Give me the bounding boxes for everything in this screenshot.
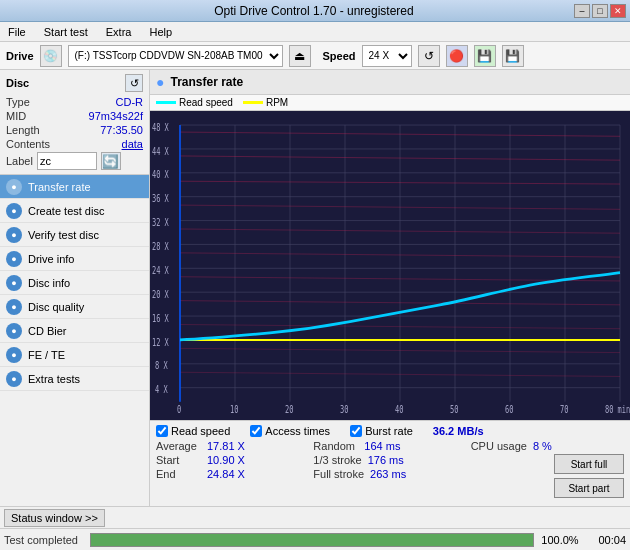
checkbox-read-speed-input[interactable]	[156, 425, 168, 437]
burst-value: 36.2 MB/s	[433, 425, 484, 437]
stat-average-value: 17.81 X	[207, 440, 245, 452]
svg-text:40: 40	[395, 404, 403, 416]
stat-full-stroke-value: 263 ms	[370, 468, 406, 480]
nav-label-fe-te: FE / TE	[28, 349, 65, 361]
nav-icon-drive-info: ●	[6, 251, 22, 267]
disc-label-btn[interactable]: 🔄	[101, 152, 121, 170]
nav-cd-bier[interactable]: ● CD Bier	[0, 319, 149, 343]
svg-text:36 X: 36 X	[152, 193, 170, 205]
chart-area: 48 X 44 X 40 X 36 X 32 X 28 X 24 X 20 X …	[150, 111, 630, 420]
legend-color-rpm	[243, 101, 263, 104]
svg-text:80 min: 80 min	[605, 404, 630, 416]
disc-contents-value[interactable]: data	[122, 138, 143, 150]
disc-mid-row: MID 97m34s22f	[6, 110, 143, 122]
checkbox-access-times-input[interactable]	[250, 425, 262, 437]
nav-icon-fe-te: ●	[6, 347, 22, 363]
window-controls: – □ ✕	[574, 4, 626, 18]
start-part-button[interactable]: Start part	[554, 478, 624, 498]
checkbox-read-speed: Read speed	[156, 425, 230, 437]
main-layout: Disc ↺ Type CD-R MID 97m34s22f Length 77…	[0, 70, 630, 506]
menu-extra[interactable]: Extra	[102, 25, 136, 39]
nav-drive-info[interactable]: ● Drive info	[0, 247, 149, 271]
svg-text:8 X: 8 X	[155, 360, 168, 372]
svg-text:48 X: 48 X	[152, 121, 170, 133]
stat-start-value: 10.90 X	[207, 454, 245, 466]
nav-label-transfer-rate: Transfer rate	[28, 181, 91, 193]
drive-select[interactable]: (F:) TSSTcorp CDDVDW SN-208AB TM00	[68, 45, 283, 67]
svg-text:50: 50	[450, 404, 458, 416]
stat-1-3-stroke-row: 1/3 stroke 176 ms	[313, 454, 466, 466]
stat-end-value: 24.84 X	[207, 468, 245, 480]
svg-text:70: 70	[560, 404, 568, 416]
stat-1-3-stroke-label: 1/3 stroke	[313, 454, 361, 466]
nav-label-disc-info: Disc info	[28, 277, 70, 289]
disc-length-label: Length	[6, 124, 40, 136]
stats-col1: Average 17.81 X Start 10.90 X End 24.84 …	[156, 440, 309, 502]
nav-transfer-rate[interactable]: ● Transfer rate	[0, 175, 149, 199]
test-completed-label: Test completed	[4, 534, 84, 546]
disc-type-label: Type	[6, 96, 30, 108]
menu-start-test[interactable]: Start test	[40, 25, 92, 39]
legend-label-rpm: RPM	[266, 97, 288, 108]
maximize-button[interactable]: □	[592, 4, 608, 18]
stat-start-row: Start 10.90 X	[156, 454, 309, 466]
nav-extra-tests[interactable]: ● Extra tests	[0, 367, 149, 391]
speed-select[interactable]: 24 X	[362, 45, 412, 67]
chart-icon: ●	[156, 74, 164, 90]
stat-cpu-value: 8 %	[533, 440, 552, 452]
close-button[interactable]: ✕	[610, 4, 626, 18]
legend-label-read-speed: Read speed	[179, 97, 233, 108]
nav-fe-te[interactable]: ● FE / TE	[0, 343, 149, 367]
settings-btn[interactable]: 🔴	[446, 45, 468, 67]
nav-list: ● Transfer rate ● Create test disc ● Ver…	[0, 175, 149, 506]
nav-disc-quality[interactable]: ● Disc quality	[0, 295, 149, 319]
stat-full-stroke-row: Full stroke 263 ms	[313, 468, 466, 480]
chart-legend: Read speed RPM	[150, 95, 630, 111]
nav-verify-test-disc[interactable]: ● Verify test disc	[0, 223, 149, 247]
svg-text:0: 0	[177, 404, 181, 416]
svg-text:44 X: 44 X	[152, 145, 170, 157]
menu-file[interactable]: File	[4, 25, 30, 39]
progress-percentage: 100.0%	[540, 534, 580, 546]
nav-icon-create: ●	[6, 203, 22, 219]
speed-refresh-btn[interactable]: ↺	[418, 45, 440, 67]
checkbox-access-times-label: Access times	[265, 425, 330, 437]
drive-icon-btn[interactable]: 💿	[40, 45, 62, 67]
disc-section: Disc ↺ Type CD-R MID 97m34s22f Length 77…	[0, 70, 149, 175]
disc-label-input[interactable]	[37, 152, 97, 170]
svg-text:30: 30	[340, 404, 348, 416]
progress-time: 00:04	[586, 534, 626, 546]
disc-refresh-btn[interactable]: ↺	[125, 74, 143, 92]
save-btn[interactable]: 💾	[502, 45, 524, 67]
checkbox-burst-rate-input[interactable]	[350, 425, 362, 437]
chart-title: Transfer rate	[170, 75, 243, 89]
start-full-button[interactable]: Start full	[554, 454, 624, 474]
status-window-label: Status window >>	[11, 512, 98, 524]
disc-type-row: Type CD-R	[6, 96, 143, 108]
stats-col3: CPU usage 8 % Start full Start part	[471, 440, 624, 502]
stat-cpu-row: CPU usage 8 %	[471, 440, 624, 452]
stat-average-label: Average	[156, 440, 201, 452]
chart-header: ● Transfer rate	[150, 70, 630, 95]
legend-read-speed: Read speed	[156, 97, 233, 108]
legend-rpm: RPM	[243, 97, 288, 108]
stats-rows: Average 17.81 X Start 10.90 X End 24.84 …	[156, 440, 624, 502]
disc-mid-label: MID	[6, 110, 26, 122]
drive-bar: Drive 💿 (F:) TSSTcorp CDDVDW SN-208AB TM…	[0, 42, 630, 70]
menu-help[interactable]: Help	[145, 25, 176, 39]
eject-button[interactable]: ⏏	[289, 45, 311, 67]
status-window-button[interactable]: Status window >>	[4, 509, 105, 527]
stat-random-label: Random	[313, 440, 358, 452]
stat-average-row: Average 17.81 X	[156, 440, 309, 452]
nav-label-drive-info: Drive info	[28, 253, 74, 265]
nav-disc-info[interactable]: ● Disc info	[0, 271, 149, 295]
svg-text:24 X: 24 X	[152, 265, 170, 277]
nav-icon-transfer-rate: ●	[6, 179, 22, 195]
nav-create-test-disc[interactable]: ● Create test disc	[0, 199, 149, 223]
export-btn[interactable]: 💾	[474, 45, 496, 67]
stat-1-3-stroke-value: 176 ms	[368, 454, 404, 466]
legend-color-read-speed	[156, 101, 176, 104]
minimize-button[interactable]: –	[574, 4, 590, 18]
app-title: Opti Drive Control 1.70 - unregistered	[54, 4, 574, 18]
disc-contents-label: Contents	[6, 138, 50, 150]
